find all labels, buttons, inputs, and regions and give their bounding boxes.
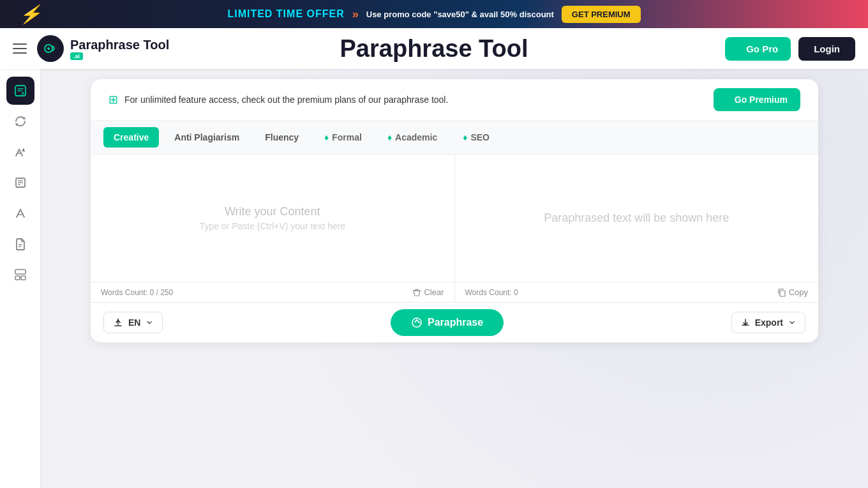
get-premium-button[interactable]: GET PREMIUM xyxy=(562,6,641,23)
language-selector[interactable]: EN xyxy=(103,312,163,333)
svg-rect-15 xyxy=(780,291,785,296)
copy-icon xyxy=(777,288,786,297)
tab-anti-plagiarism[interactable]: Anti Plagiarism xyxy=(164,127,250,148)
go-pro-button[interactable]: ♦ Go Pro xyxy=(725,37,791,61)
diamond-icon: ♦ xyxy=(738,43,743,54)
promo-banner: ⚡ LIMITED TIME OFFER » Use promo code "s… xyxy=(0,0,868,28)
sidebar-item-paraphrase[interactable] xyxy=(6,77,34,105)
logo-text: Paraphrase Tool .ai xyxy=(70,38,169,60)
output-footer: Words Count: 0 Copy xyxy=(455,282,819,302)
input-panel: Write your Content Type or Paste (Ctrl+V… xyxy=(91,155,455,282)
sidebar-item-list[interactable] xyxy=(6,261,34,289)
promo-description: Use promo code "save50" & avail 50% disc… xyxy=(366,10,554,19)
bottom-toolbar: EN Paraphrase xyxy=(91,303,818,342)
mode-tabs: Creative Anti Plagiarism Fluency ♦ Forma… xyxy=(91,121,818,155)
sidebar-item-rewrite[interactable] xyxy=(6,107,34,135)
logo[interactable]: Paraphrase Tool .ai xyxy=(37,35,169,62)
output-word-count: Words Count: 0 xyxy=(465,288,518,297)
svg-rect-14 xyxy=(21,276,26,280)
promo-divider: » xyxy=(352,8,359,21)
promo-offer-label: LIMITED TIME OFFER xyxy=(227,8,344,20)
copy-button[interactable]: Copy xyxy=(777,287,808,297)
sidebar-item-document[interactable] xyxy=(6,230,34,258)
premium-banner: ⊞ For unlimited feature access, check ou… xyxy=(91,79,818,121)
sidebar-item-grammar[interactable] xyxy=(6,199,34,227)
premium-banner-text: For unlimited feature access, check out … xyxy=(124,95,448,105)
panel-footers: Words Count: 0 / 250 Clear Words Count: … xyxy=(91,282,818,303)
login-button[interactable]: Login xyxy=(798,37,855,61)
language-label: EN xyxy=(128,317,140,328)
seo-diamond-icon: ♦ xyxy=(463,132,467,142)
sidebar-item-ai-writer[interactable] xyxy=(6,138,34,166)
upload-icon xyxy=(113,317,123,328)
export-icon xyxy=(741,318,750,327)
sidebar-item-summarize[interactable] xyxy=(6,169,34,197)
header: Paraphrase Tool .ai Paraphrase Tool ♦ Go… xyxy=(0,28,868,69)
header-actions: ♦ Go Pro Login xyxy=(725,37,856,61)
logo-icon xyxy=(37,35,64,62)
export-button[interactable]: Export xyxy=(731,312,805,333)
page-title: Paraphrase Tool xyxy=(340,35,528,63)
svg-rect-13 xyxy=(15,276,20,280)
main-layout: ⊞ For unlimited feature access, check ou… xyxy=(0,69,868,488)
input-word-count: Words Count: 0 / 250 xyxy=(101,288,173,297)
tab-fluency[interactable]: Fluency xyxy=(255,127,309,148)
grid-icon: ⊞ xyxy=(108,93,118,107)
svg-rect-12 xyxy=(15,270,26,274)
content-area: ⊞ For unlimited feature access, check ou… xyxy=(41,69,868,488)
tool-card: ⊞ For unlimited feature access, check ou… xyxy=(91,79,818,342)
output-panel: Paraphrased text will be shown here xyxy=(455,155,819,282)
export-chevron-icon xyxy=(788,319,796,326)
tab-formal[interactable]: ♦ Formal xyxy=(314,127,372,148)
chevron-down-icon xyxy=(146,319,153,326)
formal-diamond-icon: ♦ xyxy=(324,132,329,142)
tab-seo[interactable]: ♦ SEO xyxy=(453,127,500,148)
clear-icon xyxy=(412,288,421,297)
output-placeholder: Paraphrased text will be shown here xyxy=(544,211,729,225)
paraphrase-button[interactable]: Paraphrase xyxy=(391,309,504,336)
go-premium-button[interactable]: ♦ Go Premium xyxy=(714,88,800,111)
text-panels: Write your Content Type or Paste (Ctrl+V… xyxy=(91,155,818,282)
tab-creative[interactable]: Creative xyxy=(103,127,159,148)
clear-button[interactable]: Clear xyxy=(412,287,444,297)
premium-diamond-icon: ♦ xyxy=(726,95,731,105)
hamburger-button[interactable] xyxy=(13,43,27,54)
sidebar xyxy=(0,69,41,488)
tab-academic[interactable]: ♦ Academic xyxy=(377,127,447,148)
lightning-icon: ⚡ xyxy=(19,4,41,25)
paraphrase-icon xyxy=(411,317,423,328)
input-footer: Words Count: 0 / 250 Clear xyxy=(91,282,455,302)
academic-diamond-icon: ♦ xyxy=(387,132,392,142)
